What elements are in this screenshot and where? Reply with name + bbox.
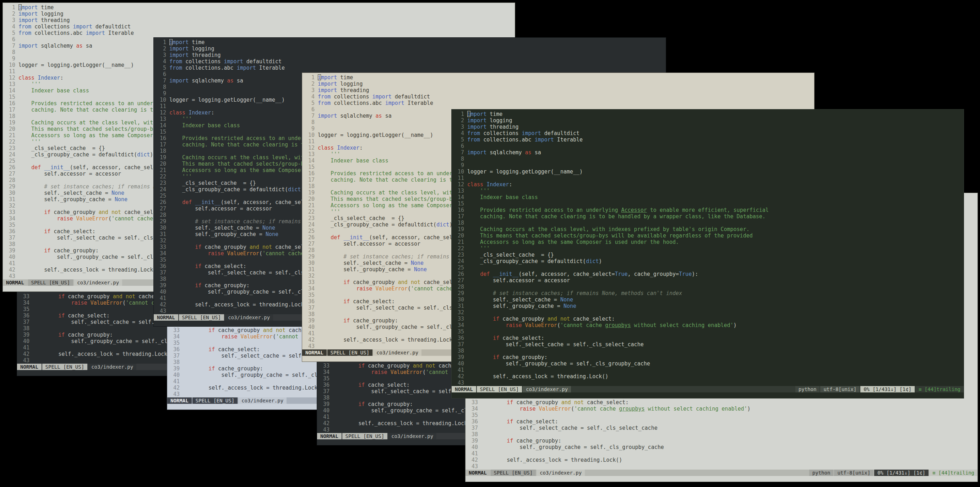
code-token: [467, 335, 493, 341]
code-token: # set instance caches; if remains None, …: [467, 290, 682, 297]
line-number: 33: [154, 244, 166, 250]
code-token: Indexer base class: [169, 122, 240, 129]
code-token: collections.abc: [331, 100, 385, 106]
line-number: 5: [154, 65, 166, 71]
code-line: 43: [466, 463, 977, 469]
code-token: if: [195, 244, 201, 250]
line-number: 19: [452, 226, 464, 233]
code-token: _cls_groupby_cache = defaultdict(: [169, 186, 288, 193]
code-token: logger = logging.getLogger(__name__): [19, 62, 134, 68]
code-token: collections: [331, 94, 372, 100]
line-number: 10: [154, 97, 166, 103]
code-token: cache_groupby:: [365, 401, 413, 407]
code-token: ''': [19, 81, 41, 88]
command-line[interactable]: [466, 476, 977, 482]
line-number: 14: [3, 88, 15, 94]
code-token: import: [522, 130, 541, 136]
code-token: not: [111, 209, 121, 216]
code-line: 11: [452, 175, 964, 181]
filetype-label: python: [795, 386, 820, 393]
desktop: 1import time2import logging3import threa…: [0, 0, 980, 487]
filename-label: co3/indexer.py: [88, 364, 136, 370]
spell-indicator: SPELL [EN_US]: [477, 386, 522, 393]
mode-indicator: NORMAL: [3, 279, 27, 286]
line-number: 6: [3, 36, 15, 43]
code-token: collections.abc: [31, 30, 86, 36]
line-number: 29: [452, 290, 464, 297]
code-token: self._groupby_cache =: [467, 303, 563, 309]
filename-label: co3/indexer.py: [523, 386, 571, 393]
trailing-warning: ≡ [44]trailing: [915, 386, 964, 393]
code-line: 4from collections import defaultdict: [3, 24, 515, 30]
code-token: defaultdict: [391, 94, 430, 100]
code-line: 35: [466, 412, 977, 418]
code-line: 6: [452, 143, 964, 149]
line-number: 1: [302, 74, 315, 81]
code-token: [333, 401, 358, 407]
status-bar: NORMALSPELL [EN_US]co3/indexer.pypythonu…: [466, 469, 977, 476]
code-token: (self, accessor, cache_select=: [519, 271, 615, 277]
code-area[interactable]: 1import time2import logging3import threa…: [452, 111, 964, 386]
line-number: 19: [3, 120, 15, 126]
code-token: import: [169, 45, 189, 52]
code-token: if: [195, 263, 201, 270]
code-token: :: [60, 75, 63, 81]
code-token: defaultdict: [541, 130, 579, 136]
code-token: if: [507, 438, 513, 444]
line-number: 30: [302, 260, 315, 266]
position-indicator: 0% [1/431↓] [1¢]: [874, 469, 929, 476]
cursor: [318, 74, 321, 80]
code-token: [19, 164, 31, 171]
code-token: 'cannot cache: [262, 250, 307, 257]
line-number: 42: [466, 457, 478, 463]
code-token: Iterable: [404, 100, 433, 106]
code-token: ''': [318, 151, 340, 158]
code-token: None: [411, 260, 423, 266]
code-token: cache_groupby:: [51, 247, 99, 254]
line-number: 36: [452, 335, 464, 341]
code-token: self._groupby_cache =: [169, 231, 266, 238]
code-token: None: [563, 303, 576, 309]
code-token: ValueError: [525, 322, 557, 329]
code-token: cache_groupby:: [201, 282, 249, 289]
code-token: ValueError: [375, 286, 407, 292]
command-line[interactable]: [452, 393, 964, 398]
line-number: 35: [17, 306, 29, 313]
code-token: sa: [234, 78, 243, 84]
encoding-label: utf-8[unix]: [834, 469, 873, 476]
editor-window-front-4[interactable]: 1import time2import logging3import threa…: [452, 110, 964, 398]
line-number: 1: [452, 111, 464, 117]
code-token: not: [411, 279, 420, 286]
line-number: 28: [154, 212, 166, 218]
line-number: 39: [154, 282, 166, 289]
line-number: 38: [17, 325, 29, 332]
code-token: [333, 382, 358, 388]
code-token: Iterable: [105, 30, 134, 36]
code-token: [467, 316, 493, 322]
code-line: 33 if cache_groupby and not cache_select…: [452, 316, 964, 322]
line-number: 9: [302, 126, 315, 132]
code-token: [318, 279, 344, 286]
code-token: ''': [467, 188, 490, 194]
code-token: as: [375, 113, 382, 119]
code-token: [318, 298, 344, 305]
code-token: self._access_lock = threading.Lock(): [333, 420, 474, 426]
code-token: def: [480, 271, 490, 277]
code-token: raise: [221, 334, 237, 340]
line-number: 33: [17, 293, 29, 300]
code-line: 3import threading: [154, 52, 666, 58]
line-number: 1: [154, 39, 166, 45]
code-token: _cls_select_cache = {}: [169, 180, 256, 186]
line-number: 34: [466, 406, 478, 412]
code-line: 12class Indexer:: [452, 181, 964, 188]
code-token: class: [467, 181, 483, 188]
mode-indicator: NORMAL: [302, 350, 327, 356]
line-number: 2: [3, 11, 15, 17]
line-number: 39: [167, 366, 180, 372]
code-token: [259, 244, 262, 250]
code-token: self.accessor = accessor: [169, 206, 272, 212]
code-token: cache_select:: [499, 335, 544, 341]
line-number: 16: [3, 100, 15, 107]
line-number: 9: [3, 56, 15, 62]
code-token: if: [195, 282, 201, 289]
